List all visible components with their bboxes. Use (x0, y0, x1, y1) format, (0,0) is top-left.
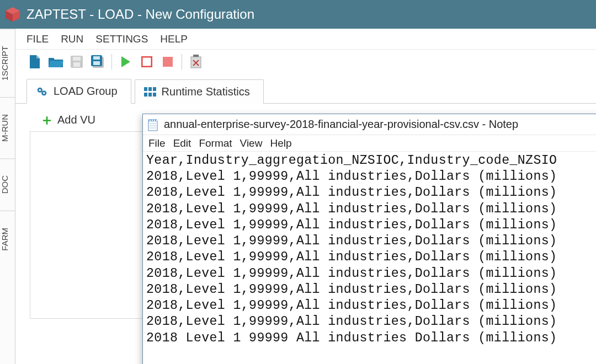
svg-rect-23 (148, 93, 152, 97)
menu-file[interactable]: FILE (26, 33, 49, 45)
notepad-menubar: File Edit Format View Help (143, 135, 596, 152)
save-all-icon[interactable] (88, 52, 107, 71)
svg-marker-10 (121, 56, 130, 67)
notepad-window[interactable]: annual-enterprise-survey-2018-financial-… (142, 114, 596, 364)
svg-rect-20 (148, 87, 152, 91)
svg-point-18 (43, 92, 45, 94)
sidebar-tab-doc[interactable]: DOC (0, 158, 15, 210)
menu-run[interactable]: RUN (61, 33, 83, 45)
svg-point-28 (152, 119, 153, 120)
stop-icon[interactable] (137, 52, 156, 71)
toolbar-separator (111, 54, 112, 69)
notepad-menu-file[interactable]: File (148, 137, 166, 149)
tab-runtime-statistics[interactable]: Runtime Statistics (135, 79, 264, 104)
notepad-text-area[interactable]: Year,Industry_aggregation_NZSIOC,Industr… (143, 152, 596, 364)
add-vu-label: Add VU (57, 114, 95, 126)
menu-help[interactable]: HELP (160, 33, 188, 45)
add-vu-button[interactable]: ＋ Add VU (40, 113, 95, 127)
sidebar-tab-farm[interactable]: FARM (0, 211, 15, 267)
notepad-menu-help[interactable]: Help (270, 137, 291, 149)
play-icon[interactable] (116, 52, 135, 71)
svg-rect-8 (93, 56, 100, 60)
reset-icon[interactable] (187, 52, 205, 71)
zaptest-menubar: FILE RUN SETTINGS HELP (15, 29, 596, 50)
zaptest-toolbar (15, 50, 596, 74)
notepad-menu-edit[interactable]: Edit (173, 137, 191, 149)
svg-point-17 (39, 89, 41, 91)
notepad-title-text: annual-enterprise-survey-2018-financial-… (164, 118, 518, 131)
new-file-icon[interactable] (25, 52, 44, 71)
gears-icon (36, 85, 48, 98)
svg-rect-4 (73, 57, 81, 61)
zaptest-tab-row: LOAD Group Runtime Statistics (15, 74, 596, 104)
notepad-menu-view[interactable]: View (240, 137, 263, 149)
sidebar-tab-mrun[interactable]: M-RUN (0, 97, 15, 158)
notepad-titlebar[interactable]: annual-enterprise-survey-2018-financial-… (143, 114, 596, 135)
notepad-menu-format[interactable]: Format (199, 137, 232, 149)
zaptest-logo-icon (4, 6, 21, 23)
tab-runtime-statistics-label: Runtime Statistics (162, 85, 250, 98)
zaptest-title-text: ZAPTEST - LOAD - New Configuration (26, 7, 254, 22)
notepad-icon (147, 118, 159, 131)
grid-icon (144, 86, 156, 98)
tab-load-group-label: LOAD Group (54, 85, 118, 98)
svg-rect-12 (163, 57, 173, 67)
record-icon[interactable] (158, 52, 177, 71)
svg-rect-21 (153, 87, 156, 91)
svg-rect-24 (153, 93, 156, 97)
tab-load-group[interactable]: LOAD Group (26, 79, 131, 104)
zaptest-sidebar: 1SCRIPT M-RUN DOC FARM (0, 29, 15, 364)
save-icon[interactable] (67, 52, 86, 71)
svg-rect-9 (93, 61, 100, 65)
toolbar-separator (182, 54, 182, 69)
svg-rect-22 (144, 93, 147, 97)
sidebar-tab-1script[interactable]: 1SCRIPT (0, 29, 15, 97)
svg-rect-11 (142, 57, 152, 67)
zaptest-titlebar: ZAPTEST - LOAD - New Configuration (0, 0, 596, 29)
menu-settings[interactable]: SETTINGS (95, 33, 148, 45)
svg-point-27 (150, 119, 151, 120)
svg-point-29 (154, 119, 155, 120)
svg-point-30 (156, 119, 157, 120)
plus-icon: ＋ (40, 113, 54, 127)
open-file-icon[interactable] (46, 52, 65, 71)
svg-rect-5 (73, 62, 80, 67)
svg-rect-14 (193, 55, 199, 57)
svg-rect-19 (144, 87, 147, 91)
